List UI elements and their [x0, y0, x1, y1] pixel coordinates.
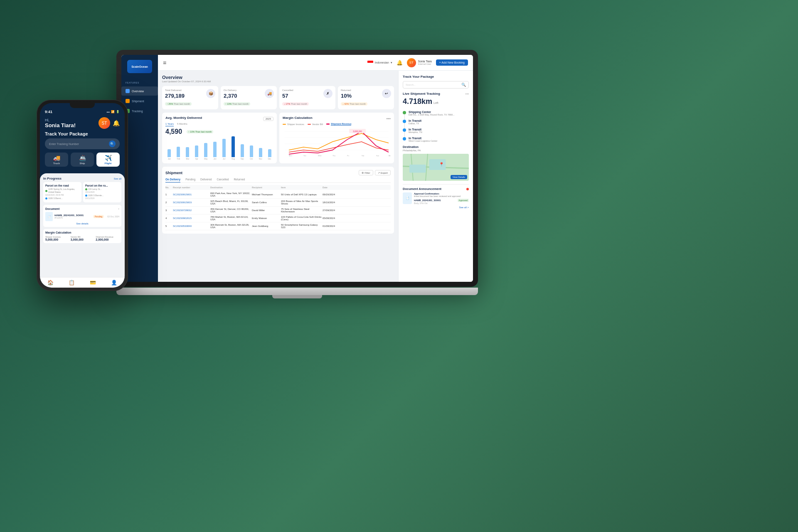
laptop-display: ScaleOcean FEATURES Overview Shipment Tr… — [121, 55, 473, 282]
tab-delivered[interactable]: Delivered — [200, 178, 212, 182]
laptop: ScaleOcean FEATURES Overview Shipment Tr… — [116, 50, 478, 308]
tab-returned[interactable]: Returned — [234, 178, 245, 182]
doc-notification-dot — [466, 188, 469, 190]
wifi-icon: 📶 — [111, 110, 115, 113]
row-no: 2 — [165, 201, 173, 204]
add-new-booking-button[interactable]: + Add New Booking — [436, 59, 468, 66]
stat-ret-label: Returned — [341, 89, 367, 91]
phone-avatar: ST — [99, 117, 110, 129]
svg-text:3,000,000: 3,000,000 — [353, 130, 362, 133]
bar-mar — [186, 147, 189, 157]
margin-chart: Margin Calculation ••• Shipper Invoices — [279, 113, 394, 163]
phone-nav-user[interactable]: 👤 — [111, 280, 117, 286]
tab-1-year[interactable]: 1 Years — [165, 123, 174, 126]
step-transit-1-sub: Dallas, TX — [409, 122, 421, 125]
row-receipt[interactable]: SC20230728032 — [173, 209, 210, 212]
doc-sec-arrow-icon[interactable]: › — [118, 207, 119, 211]
doc-announce-title: Document Announcement — [403, 187, 441, 191]
phone-greeting: Hi, — [45, 118, 76, 122]
phone-margin-title: Margin Calculation — [45, 231, 119, 234]
flag-icon — [367, 61, 373, 65]
row-dest: 456 Denver St, Denver, CO 80203, USA — [210, 208, 252, 213]
truck-icon: 🚚 — [53, 155, 60, 161]
stat-can-value: 57 — [282, 93, 309, 99]
phone-search-box[interactable]: Enter Tracking Number 🔍 — [45, 138, 120, 149]
transport-tab-truck[interactable]: 🚚 Truck — [45, 153, 68, 167]
stat-od-badge: ↑ 13% Than last month — [224, 102, 250, 106]
phone-nav-home[interactable]: 🏠 — [47, 280, 54, 286]
add-booking-label: + Add New Booking — [439, 61, 465, 64]
row-receipt[interactable]: SC20230915003 — [173, 201, 210, 204]
parcel-dot-blue — [45, 197, 47, 200]
stat-od-value: 2,370 — [224, 93, 250, 99]
parcel-2-addr-1: 134 Leroy St... — [85, 188, 119, 191]
bar-label-sep: Sep — [241, 158, 244, 160]
tab-5-months[interactable]: 5 Months — [177, 123, 187, 126]
hamburger-icon[interactable]: ≡ — [163, 59, 166, 66]
sidebar-item-overview[interactable]: Overview — [121, 86, 158, 96]
phone-document-section: Document › 📄 HAWB_20241001_SO001 #F12675… — [43, 205, 121, 227]
bar-sep — [241, 144, 244, 157]
table-row: 3 SC20230728032 456 Denver St, Denver, C… — [165, 207, 391, 214]
tab-cancelled[interactable]: Cancelled — [217, 178, 229, 182]
parcel-2-date-2: 20/11/2024 — [85, 197, 119, 200]
bar-may — [204, 143, 207, 157]
phone-bottom: In Progress See all Parcel on the road 1… — [40, 173, 125, 277]
shipment-section: Shipment ⚙ Filter ↗ Export — [162, 167, 394, 234]
notification-bell-icon[interactable]: 🔔 — [397, 60, 403, 66]
year-button[interactable]: 2025 — [263, 117, 273, 121]
phone-see-all-link[interactable]: See all — [114, 177, 121, 180]
row-receipt[interactable]: SC20230915001 — [173, 193, 210, 196]
phone-bell-icon[interactable]: 🔔 — [113, 120, 120, 126]
user-details: Sonia Tiara Internal User — [418, 60, 432, 65]
see-details-link[interactable]: See details — [45, 222, 119, 225]
export-button[interactable]: ↗ Export — [375, 170, 391, 175]
user-role: Internal User — [418, 63, 432, 65]
shipment-title: Shipment — [165, 171, 182, 175]
user-name: Sonia Tiara — [418, 60, 432, 63]
row-dest: 690 Park Ave, New York, NY 10022, USA — [210, 192, 252, 197]
main-content: ≡ Indonesian ▾ 🔔 ST Sonia Tiara I — [158, 55, 473, 282]
more-options-icon[interactable]: ••• — [466, 92, 469, 96]
ship-label: Ship — [80, 162, 85, 165]
doc-date: Body, 07th Oct — [414, 202, 469, 204]
shipment-tabs: On Delivery Pending Delivered Cancelled … — [165, 178, 391, 183]
col-receipt: Receipt number — [173, 186, 210, 189]
row-no: 4 — [165, 217, 173, 219]
bar-group-aug: Aug — [229, 136, 237, 160]
step-shipping-center: Shipping Center Dell Inc., 1 Dell Way, R… — [403, 111, 469, 116]
step-info: Shipping Center Dell Inc., 1 Dell Way, R… — [409, 111, 455, 116]
tab-pending[interactable]: Pending — [185, 178, 195, 182]
row-item: 50 Smartphone Samsung Galaxy S23 — [281, 224, 323, 229]
phone-nav-card[interactable]: 💳 — [90, 280, 96, 286]
col-date: Date — [323, 186, 345, 189]
tracking-search-box[interactable]: Search... 🔍 — [403, 81, 469, 89]
tab-on-delivery[interactable]: On Delivery — [165, 178, 180, 182]
phone-nav-list[interactable]: 📋 — [69, 280, 75, 286]
parcel-1-addr-2: 1026 S Bonni... — [45, 197, 79, 200]
col-no: No. — [165, 186, 173, 189]
transport-tab-ship[interactable]: 🚢 Ship — [71, 153, 94, 167]
filter-icon: ⚙ — [362, 171, 364, 174]
language-selector[interactable]: Indonesian ▾ — [367, 61, 392, 65]
charts-row: Avg. Monthly Delivered 2025 1 Years 5 Mo… — [162, 113, 394, 163]
bar-oct — [250, 145, 253, 157]
row-date: 18/10/2024 — [323, 201, 345, 204]
distance-display: 4.718km Left — [403, 97, 469, 108]
phone-search-icon[interactable]: 🔍 — [109, 140, 116, 147]
view-details-button[interactable]: View Details — [451, 175, 467, 179]
stat-od-label: On Delivery — [224, 89, 250, 91]
filter-button[interactable]: ⚙ Filter — [359, 170, 373, 175]
phone-avatar-row: Hi, Sonia Tiara! ST 🔔 — [45, 117, 120, 129]
see-all-link[interactable]: See all > — [403, 206, 469, 209]
laptop-screen: ScaleOcean FEATURES Overview Shipment Tr… — [116, 50, 478, 287]
row-receipt[interactable]: SC20230530840 — [173, 225, 210, 227]
more-icon[interactable]: ••• — [386, 116, 391, 121]
step-transit-2-sub: Memphis, TN — [409, 131, 422, 133]
stat-returned: Returned 10% ↓ 42% Than last month ↩ — [338, 86, 394, 109]
search-icon[interactable]: 🔍 — [461, 83, 466, 87]
row-receipt[interactable]: SC20230902015 — [173, 217, 210, 219]
transport-tab-flight[interactable]: ✈️ Flight — [96, 153, 120, 167]
col-recipient: Recipient — [252, 186, 281, 189]
step-info-3: In Transit Memphis, TN — [409, 128, 422, 133]
